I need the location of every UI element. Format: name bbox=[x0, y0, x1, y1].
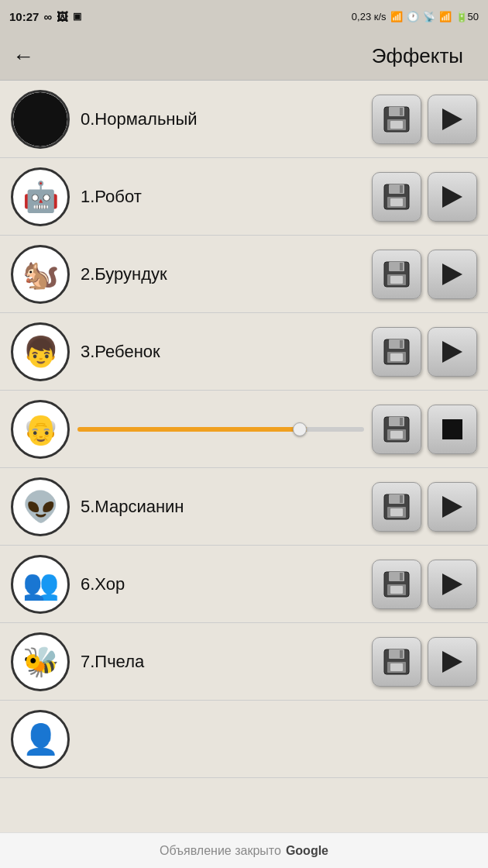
save-button[interactable] bbox=[372, 637, 421, 687]
status-cell-icon: 📶 bbox=[439, 11, 452, 22]
svg-rect-19 bbox=[390, 353, 403, 361]
play-button[interactable] bbox=[428, 560, 477, 609]
play-icon bbox=[442, 496, 462, 518]
avatar bbox=[11, 90, 70, 149]
play-icon bbox=[442, 264, 462, 285]
play-icon bbox=[442, 341, 462, 363]
svg-rect-7 bbox=[400, 185, 403, 193]
svg-rect-12 bbox=[400, 263, 403, 270]
play-icon bbox=[442, 186, 462, 208]
svg-rect-27 bbox=[400, 495, 403, 503]
top-bar: ← Эффекты bbox=[0, 33, 488, 81]
avatar: 🐿️ bbox=[11, 245, 70, 304]
svg-rect-32 bbox=[400, 573, 403, 580]
status-clock-icon: 🕐 bbox=[407, 11, 419, 22]
save-button[interactable] bbox=[372, 482, 421, 532]
svg-rect-22 bbox=[400, 418, 403, 425]
avatar: 👴 bbox=[11, 400, 70, 459]
ad-google: Google bbox=[286, 844, 328, 858]
effect-name: 2.Бурундук bbox=[70, 264, 372, 284]
avatar: 👽 bbox=[11, 477, 70, 536]
button-group bbox=[372, 482, 477, 532]
avatar: 🤖 bbox=[11, 167, 70, 226]
play-button[interactable] bbox=[428, 637, 477, 687]
slider-thumb[interactable] bbox=[293, 422, 307, 436]
button-group bbox=[372, 172, 477, 222]
status-wifi-icon: 📡 bbox=[423, 11, 435, 22]
play-button[interactable] bbox=[428, 327, 477, 377]
status-battery: 🔋50 bbox=[455, 11, 479, 22]
play-button[interactable] bbox=[428, 172, 477, 222]
status-image-icon: 🖼 bbox=[57, 10, 68, 23]
save-button[interactable] bbox=[372, 327, 421, 377]
svg-rect-39 bbox=[390, 663, 403, 671]
avatar: 👥 bbox=[11, 555, 70, 614]
play-icon bbox=[442, 651, 462, 673]
button-group bbox=[372, 95, 477, 144]
status-data-rate: 0,23 к/s bbox=[352, 11, 387, 22]
effect-row: 🐿️2.Бурундук bbox=[0, 236, 488, 313]
svg-rect-29 bbox=[390, 508, 403, 516]
page-title: Эффекты bbox=[372, 44, 463, 68]
ad-bar: Объявление закрыто Google bbox=[0, 832, 488, 868]
ad-text: Объявление закрыто bbox=[160, 844, 281, 858]
button-group bbox=[372, 327, 477, 377]
save-button[interactable] bbox=[372, 172, 421, 222]
effect-row: 👥6.Хор bbox=[0, 546, 488, 623]
slider-container[interactable] bbox=[77, 427, 364, 432]
effect-row: 🤖1.Робот bbox=[0, 158, 488, 236]
button-group bbox=[372, 637, 477, 687]
button-group bbox=[372, 405, 477, 454]
avatar: 🐝 bbox=[11, 632, 70, 691]
save-button[interactable] bbox=[372, 95, 421, 144]
svg-rect-24 bbox=[390, 431, 403, 439]
svg-rect-4 bbox=[390, 121, 403, 129]
save-button[interactable] bbox=[372, 560, 421, 609]
save-button[interactable] bbox=[372, 250, 421, 299]
back-button[interactable]: ← bbox=[12, 46, 34, 67]
save-button[interactable] bbox=[372, 405, 421, 454]
stop-icon bbox=[442, 419, 462, 439]
effect-name: 6.Хор bbox=[70, 574, 372, 594]
slider-track[interactable] bbox=[77, 427, 364, 432]
avatar: 👦 bbox=[11, 322, 70, 381]
play-button[interactable] bbox=[428, 482, 477, 532]
status-bar: 10:27 ∞ 🖼 ▣ 0,23 к/s 📶 🕐 📡 📶 🔋50 bbox=[0, 0, 488, 33]
status-time: 10:27 bbox=[9, 10, 39, 23]
effect-row: 👤 bbox=[0, 701, 488, 778]
effect-name: 5.Марсианин bbox=[70, 497, 372, 517]
svg-rect-2 bbox=[400, 108, 403, 115]
status-infinity: ∞ bbox=[43, 10, 52, 23]
play-button[interactable] bbox=[428, 95, 477, 144]
effect-inner bbox=[70, 427, 372, 432]
play-button[interactable] bbox=[428, 250, 477, 299]
button-group bbox=[372, 250, 477, 299]
status-right: 0,23 к/s 📶 🕐 📡 📶 🔋50 bbox=[352, 11, 479, 22]
status-left: 10:27 ∞ 🖼 ▣ bbox=[9, 10, 81, 23]
status-record-icon: ▣ bbox=[73, 11, 81, 22]
effect-name: 7.Пчела bbox=[70, 652, 372, 672]
effect-name: 3.Ребенок bbox=[70, 342, 372, 362]
effect-name: 1.Робот bbox=[70, 187, 372, 207]
effect-row: 🐝7.Пчела bbox=[0, 623, 488, 701]
status-signal-icon: 📶 bbox=[390, 11, 403, 22]
effect-row: 👴 bbox=[0, 391, 488, 468]
svg-rect-37 bbox=[400, 650, 403, 658]
effect-row: 0.Нормальный bbox=[0, 81, 488, 158]
svg-rect-14 bbox=[390, 276, 403, 284]
svg-rect-9 bbox=[390, 198, 403, 206]
avatar: 👤 bbox=[11, 710, 70, 769]
effect-row: 👽5.Марсианин bbox=[0, 468, 488, 546]
effect-row: 👦3.Ребенок bbox=[0, 313, 488, 391]
button-group bbox=[372, 560, 477, 609]
svg-rect-17 bbox=[400, 340, 403, 348]
play-icon bbox=[442, 574, 462, 595]
svg-rect-34 bbox=[390, 586, 403, 594]
play-icon bbox=[442, 108, 462, 130]
stop-button[interactable] bbox=[428, 405, 477, 454]
effects-list: 0.Нормальный 🤖1.Робот 🐿️2.Бурундук 👦3.Ре… bbox=[0, 81, 488, 832]
effect-name: 0.Нормальный bbox=[70, 109, 372, 129]
